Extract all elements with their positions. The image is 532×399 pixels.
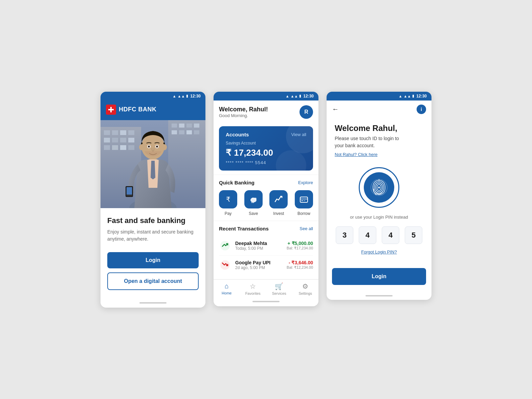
txn-date-2: 2d ago, 5:00 PM [235,265,283,270]
txn-amount-2: - ₹3,646.00 [287,260,313,265]
quick-action-save[interactable]: Save [244,190,263,216]
txn-details-2: Google Pay UPI 2d ago, 5:00 PM [235,260,283,270]
svg-point-50 [220,241,230,250]
status-time-1: 12:30 [190,94,201,98]
touch-id-subtitle: Please use touch ID to login to your ban… [335,135,423,149]
info-button[interactable]: i [417,105,426,114]
pin-digit-3[interactable]: 4 [382,226,399,244]
hdfc-logo-text: HDFC BANK [119,106,157,113]
quick-action-borrow[interactable]: Borrow [295,190,313,216]
txn-icon-2 [219,259,231,271]
welcome-name: Welcome, Rahul! [219,106,268,113]
screen1-title: Fast and safe banking [107,216,199,225]
fingerprint-outer-ring [359,167,399,208]
svg-rect-12 [128,138,134,142]
signal-icon-2: ▲▲ [291,94,298,98]
status-icons-1: ▲ ▲▲ ▮ [173,94,189,98]
greeting: Good Morning. [219,113,268,118]
pin-digit-2[interactable]: 4 [359,226,376,244]
svg-rect-10 [112,138,118,142]
fingerprint-container[interactable] [335,167,423,208]
screen2-welcome-header: Welcome, Rahul! Good Morning. R [214,101,318,122]
login-button-screen1[interactable]: Login [107,252,199,268]
nav-home[interactable]: ⌂ Home [214,282,240,295]
nav-favorites[interactable]: ☆ Favorites [240,282,266,295]
status-time-2: 12:30 [303,94,314,98]
status-bar-3: ▲ ▲▲ ▮ 12:30 [327,92,431,101]
quick-actions: ₹ Pay [219,190,313,216]
screen3-bottom: Login [327,268,431,292]
txn-date-1: Today, 5:00 PM [235,246,283,251]
svg-rect-25 [194,130,199,134]
account-card[interactable]: Accounts View all Savings Account ₹ 17,2… [219,126,313,171]
status-icons-3: ▲ ▲▲ ▮ [399,94,415,98]
user-avatar[interactable]: R [300,105,313,119]
battery-icon-2: ▮ [299,94,301,98]
transactions-title: Recent Transactions [219,226,269,231]
svg-rect-47 [300,198,308,200]
welcome-text: Welcome, Rahul! Good Morning. [219,106,268,118]
svg-rect-11 [120,138,126,142]
indicator-bar-3 [365,295,393,296]
screen1-subtitle: Enjoy simple, instant and secure banking… [107,228,199,243]
svg-rect-16 [128,145,134,150]
invest-icon [269,190,288,208]
quick-banking-section: Quick Banking Explore ₹ Pay [214,175,318,221]
svg-rect-21 [194,124,199,128]
signal-icon: ▲▲ [178,94,185,98]
settings-label: Settings [298,291,312,295]
txn-details-1: Deepak Mehta Today, 5:00 PM [235,241,283,251]
invest-label: Invest [273,211,284,216]
txn-icon-1 [219,240,231,252]
screen1-header: HDFC BANK [101,101,205,120]
quick-action-pay[interactable]: ₹ Pay [219,190,237,216]
transaction-item-1[interactable]: Deepak Mehta Today, 5:00 PM + ₹5,000.00 … [219,236,313,256]
quick-banking-header: Quick Banking Explore [219,180,313,185]
open-account-button[interactable]: Open a digital account [107,272,199,290]
txn-amount-section-2: - ₹3,646.00 Bal: ₹12,234.00 [287,260,313,270]
svg-rect-29 [127,187,132,195]
phone-screen-2: ▲ ▲▲ ▮ 12:30 Welcome, Rahul! Good Mornin… [214,92,318,306]
txn-amount-1: + ₹5,000.00 [287,241,313,246]
svg-point-51 [220,260,230,270]
svg-rect-23 [179,130,184,134]
svg-rect-22 [172,130,177,134]
pay-icon: ₹ [219,190,237,208]
hdfc-logo-icon [106,105,116,115]
nav-services[interactable]: 🛒 Services [266,282,292,295]
quick-action-invest[interactable]: Invest [269,190,288,216]
nav-settings[interactable]: ⚙ Settings [292,282,319,295]
login-button-screen3[interactable]: Login [332,268,426,285]
fingerprint-inner-circle [364,172,394,203]
explore-link[interactable]: Explore [298,180,313,185]
signal-icon-3: ▲▲ [404,94,411,98]
back-button[interactable]: ← [332,105,339,113]
pin-digit-1[interactable]: 3 [336,226,353,244]
svg-rect-5 [104,130,110,135]
txn-name-1: Deepak Mehta [235,241,283,246]
txn-amount-section-1: + ₹5,000.00 Bal: ₹17,234.00 [287,241,313,250]
svg-rect-45 [251,202,252,203]
or-text: or use your Login PIN instead [335,215,423,220]
not-rahul-link[interactable]: Not Rahul? Click here [335,152,377,157]
services-icon: 🛒 [275,282,283,290]
svg-rect-6 [112,130,118,135]
transaction-item-2[interactable]: Google Pay UPI 2d ago, 5:00 PM - ₹3,646.… [219,256,313,274]
svg-rect-8 [128,130,134,135]
borrow-label: Borrow [297,211,310,216]
svg-rect-9 [104,138,110,142]
save-label: Save [249,211,258,216]
pin-digit-4[interactable]: 5 [405,226,422,244]
status-icons-2: ▲ ▲▲ ▮ [286,94,302,98]
txn-balance-1: Bal: ₹17,234.00 [287,246,313,250]
indicator-bar [139,302,167,304]
svg-point-39 [162,144,167,150]
screen2-indicator [214,297,318,306]
see-all-link[interactable]: See all [300,226,313,231]
forgot-pin-link[interactable]: Forgot Login PIN? [335,249,423,254]
status-bar-2: ▲ ▲▲ ▮ 12:30 [214,92,318,101]
battery-icon-3: ▮ [412,94,414,98]
txn-name-2: Google Pay UPI [235,260,283,265]
bottom-nav: ⌂ Home ☆ Favorites 🛒 Services ⚙ Settings [214,279,318,297]
svg-rect-2 [108,109,114,110]
